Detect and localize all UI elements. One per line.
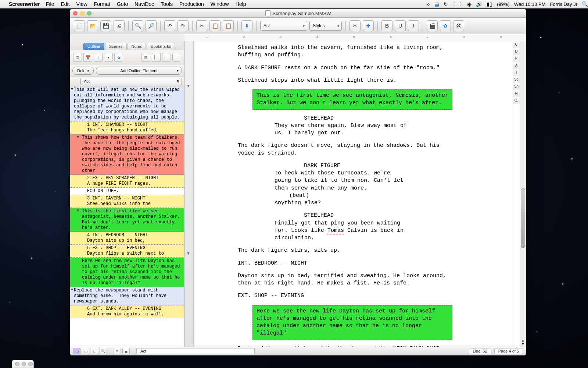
outline-row[interactable]: 1 INT. CHAMBER -- NIGHT The Team hangs h…	[70, 121, 184, 134]
tab-bookmarks[interactable]: Bookmarks	[147, 43, 175, 50]
app-menu[interactable]: Screenwriter	[9, 1, 40, 7]
outline-date-button[interactable]: 📅	[83, 53, 92, 62]
tab-notes[interactable]: Notes	[128, 43, 146, 50]
bold-button[interactable]: B	[381, 20, 392, 31]
outline-slider1[interactable]: ⎸	[152, 53, 161, 62]
side-tab[interactable]: O.	[513, 97, 520, 104]
window-zoom-button[interactable]	[87, 11, 92, 15]
menu-file[interactable]: File	[46, 1, 54, 7]
menu-window[interactable]: Window	[211, 1, 229, 7]
scroll-up-icon[interactable]: ▲	[521, 339, 525, 342]
window-close-button[interactable]	[73, 11, 78, 15]
view-mode-button[interactable]: ▭	[91, 348, 98, 354]
note-gutter[interactable]: ▼ ▼	[184, 41, 194, 347]
menu-tools[interactable]: Tools	[161, 1, 173, 7]
panel-toggle-button[interactable]: ≡	[114, 348, 121, 354]
side-tab[interactable]: Sh	[513, 83, 520, 90]
print-button[interactable]: 🖨	[114, 20, 125, 31]
underline-button[interactable]: U	[395, 20, 406, 31]
outline-row[interactable]: 2 EXT. SKY SCRAPER -- NIGHT A huge FIRE …	[70, 175, 184, 188]
outline-expand-button[interactable]: ▤	[141, 53, 150, 62]
outline-delete-button[interactable]: Delete	[72, 67, 94, 75]
outline-row[interactable]: 3 INT. CAVERN -- NIGHT Steelhead walks i…	[70, 195, 184, 208]
menu-navidoc[interactable]: NaviDoc	[135, 1, 154, 7]
dropbox-icon[interactable]: ⬓	[434, 1, 439, 7]
vertical-scrollbar[interactable]: ▲▼	[520, 41, 526, 347]
note-toggle-icon[interactable]: ▼	[186, 251, 190, 255]
copy-button[interactable]: 📋	[209, 20, 220, 31]
redo-button[interactable]: ↷	[178, 20, 189, 31]
cut-alt-button[interactable]: ✂	[349, 20, 361, 31]
menu-goto[interactable]: Goto	[117, 1, 128, 7]
outline-row[interactable]: 4 INT. BEDROOM -- NIGHT Dayton sits up i…	[70, 232, 184, 245]
paste-button[interactable]: 📋	[223, 20, 234, 31]
zoom-out-button[interactable]: 🔎	[146, 20, 157, 31]
zoom-status-button[interactable]: 🔍	[100, 348, 107, 354]
new-doc-button[interactable]: 📄	[74, 20, 85, 31]
settings-button[interactable]: ✿	[440, 20, 451, 31]
add-element-button[interactable]: ✚	[363, 20, 374, 31]
production-button[interactable]: 🎬	[427, 20, 438, 31]
horizontal-ruler[interactable]: 1 2 3 4 5 6 7 8 9	[184, 34, 526, 41]
open-button[interactable]: 📂	[87, 20, 98, 31]
outline-slider3[interactable]: ⎸	[172, 53, 181, 62]
scrollbar-thumb[interactable]	[521, 188, 525, 248]
outline-row[interactable]: 5 EXT. SHOP -- EVENING Dayton flips a sw…	[70, 245, 184, 258]
battery-icon[interactable]: ▮▯	[487, 1, 492, 7]
element-select[interactable]: Act	[260, 21, 307, 31]
disclosure-triangle-icon[interactable]: ▼	[71, 87, 73, 92]
menu-edit[interactable]: Edit	[61, 1, 69, 7]
tab-outline[interactable]: Outline	[83, 43, 104, 50]
note-toggle-icon[interactable]: ▼	[186, 84, 190, 88]
save-button[interactable]: 💾	[100, 20, 111, 31]
view-mode-button[interactable]: ▭	[82, 348, 89, 354]
window-minimize-button[interactable]	[80, 11, 85, 15]
side-tab[interactable]: Sc	[513, 76, 520, 83]
side-tab[interactable]: T	[513, 69, 520, 76]
outline-row[interactable]: ▼This shows how this team of Stalkers, t…	[70, 134, 184, 175]
outline-down-button[interactable]: ↓	[94, 53, 103, 62]
tab-scenes[interactable]: Scenes	[105, 43, 127, 50]
menuextra-icon[interactable]: ⟡	[427, 1, 430, 7]
clock[interactable]: Wed 10:13 PM	[514, 1, 546, 7]
script-note[interactable]: Here we see the new life Dayton has set …	[252, 305, 452, 340]
menu-view[interactable]: View	[76, 1, 87, 7]
bookmark-button[interactable]: ⬇	[241, 20, 252, 31]
disclosure-triangle-icon[interactable]: ▼	[77, 209, 79, 213]
user-menu[interactable]: Forris Day Jr	[550, 1, 577, 7]
side-tab[interactable]: A	[513, 62, 520, 69]
outline-row[interactable]: ▼This is the first time we see antagonis…	[70, 208, 184, 232]
outline-collapse-button[interactable]: ▾	[104, 53, 113, 62]
document-proxy-icon[interactable]	[265, 10, 270, 16]
menu-production[interactable]: Production	[179, 1, 204, 7]
disclosure-triangle-icon[interactable]: ▼	[77, 135, 79, 140]
side-tab[interactable]: C	[513, 41, 520, 48]
menu-help[interactable]: Help	[236, 1, 246, 7]
outline-row[interactable]: Here we see the new life Dayton has set …	[70, 258, 184, 287]
script-note[interactable]: This is the first time we see antagonist…	[252, 89, 452, 110]
outline-indent-button[interactable]: ≣	[73, 53, 82, 62]
side-tab[interactable]: P	[513, 55, 520, 62]
view-mode-button[interactable]: ▭	[73, 348, 80, 354]
wifi-icon[interactable]: ◉	[467, 1, 472, 7]
outline-level-select[interactable]: Act	[80, 78, 182, 85]
scroll-down-icon[interactable]: ▼	[521, 342, 525, 346]
outline-list[interactable]: ▼This act will set up how the virus wipe…	[70, 86, 184, 347]
panel-toggle-button[interactable]: ≣	[122, 348, 130, 354]
outline-row[interactable]: ▼This act will set up how the virus wipe…	[70, 86, 184, 121]
outline-row[interactable]: 6 EXT. DARK ALLEY -- EVENING And throw h…	[70, 305, 184, 318]
outline-slider2[interactable]: ⎸	[162, 53, 171, 62]
side-tab[interactable]: D	[513, 48, 520, 55]
cut-button[interactable]: ✂	[196, 20, 207, 31]
volume-icon[interactable]: 🔊	[476, 1, 482, 7]
outline-row[interactable]: ▼Replace the newspaper stand with someth…	[70, 287, 184, 305]
outline-row[interactable]: ECU ON TUBE.	[70, 188, 184, 195]
tools-button[interactable]: 🛠	[453, 20, 464, 31]
undo-button[interactable]: ↶	[164, 20, 175, 31]
window-titlebar[interactable]: Screenplay Sample.MMSW	[70, 9, 526, 18]
disclosure-triangle-icon[interactable]: ▼	[71, 288, 73, 293]
spotlight-icon[interactable]: 🔍	[582, 1, 588, 7]
side-tab[interactable]: N	[513, 90, 520, 97]
script-page[interactable]: Steelhead walks into the cavern, furnish…	[194, 41, 513, 347]
zoom-in-button[interactable]: 🔍	[132, 20, 143, 31]
